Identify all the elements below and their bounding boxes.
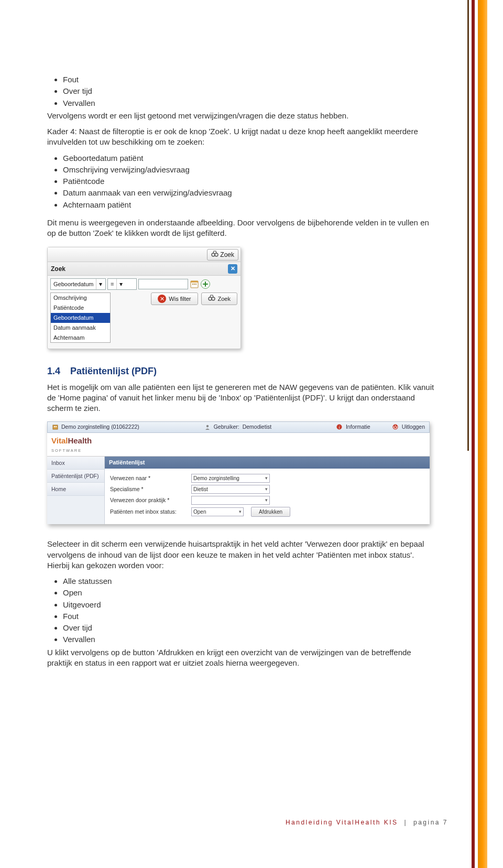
field-label: Specialisme * — [110, 485, 191, 493]
field-select[interactable]: Geboortedatum ▾ — [50, 278, 106, 290]
section-title-text: Patiëntenlijst (PDF) — [70, 366, 157, 376]
list-item: Datum aanmaak van een verwijzing/adviesv… — [63, 188, 435, 198]
zoek-button[interactable]: Zoek — [207, 249, 238, 261]
field-label: Patiënten met inbox status: — [110, 508, 191, 515]
search-panel-header: Zoek ✕ — [48, 262, 240, 276]
list-item: Uitgevoerd — [63, 600, 435, 610]
user-label: Gebruiker: — [214, 423, 239, 430]
cancel-icon: ✕ — [158, 295, 166, 303]
chevron-down-icon: ▾ — [239, 508, 242, 515]
svg-rect-6 — [195, 284, 196, 285]
operator-select[interactable]: = ▾ — [107, 278, 137, 290]
app-main: Patiëntenlijst Verwezen naar * Demo zorg… — [105, 457, 430, 524]
dropdown-option[interactable]: Patiëntcode — [51, 303, 110, 313]
status-list-top: Fout Over tijd Vervallen — [47, 74, 435, 108]
brand-part1: Vital — [51, 436, 68, 445]
list-item: Fout — [63, 74, 435, 85]
svg-rect-11 — [56, 426, 57, 427]
list-item: Achternaam patiënt — [63, 200, 435, 210]
info-link[interactable]: Informatie — [346, 423, 370, 430]
user-name: Demodietist — [243, 423, 271, 430]
logout-link[interactable]: Uitloggen — [402, 423, 425, 430]
dropdown-option[interactable]: Omschrijving — [51, 293, 110, 303]
sidebar-item-patientenlijst[interactable]: Patiëntenlijst (PDF) — [47, 470, 104, 483]
field-value: Open — [193, 508, 206, 516]
search-button-label: Zoek — [218, 295, 231, 303]
decoration-stripe-brown — [467, 0, 469, 451]
afdrukken-button[interactable]: Afdrukken — [251, 507, 290, 517]
svg-text:i: i — [339, 425, 340, 430]
paragraph: Selecteer in dit scherm een verwijzende … — [47, 539, 435, 571]
binoculars-icon — [211, 251, 218, 259]
verwezen-naar-select[interactable]: Demo zorginstelling▾ — [191, 474, 270, 483]
search-panel-title: Zoek — [51, 265, 65, 273]
list-item: Patiëntcode — [63, 176, 435, 187]
logout-icon — [392, 424, 399, 430]
clear-filter-button[interactable]: ✕ Wis filter — [151, 292, 198, 305]
binoculars-icon — [208, 295, 215, 303]
chevron-down-icon: ▾ — [96, 279, 104, 289]
section-heading: 1.4 Patiëntenlijst (PDF) — [47, 365, 435, 377]
list-item: Vervallen — [63, 634, 435, 645]
list-item: Geboortedatum patiënt — [63, 153, 435, 164]
close-icon[interactable]: ✕ — [228, 264, 237, 274]
search-panel-figure: Zoek Zoek ✕ Geboortedatum ▾ = ▾ — [47, 247, 241, 349]
search-button[interactable]: Zoek — [201, 292, 237, 305]
paragraph: U klikt vervolgens op de button 'Afdrukk… — [47, 647, 435, 669]
section-number: 1.4 — [47, 366, 60, 376]
application-screenshot: Demo zorginstelling (01062222) Gebruiker… — [47, 421, 430, 525]
verwezen-door-select[interactable]: ▾ — [191, 496, 270, 505]
paragraph: Kader 4: Naast de filteroptie is er ook … — [47, 126, 435, 148]
operator-select-value: = — [108, 279, 116, 289]
search-value-input[interactable] — [138, 279, 188, 289]
svg-rect-9 — [53, 425, 58, 429]
paragraph: Het is mogelijk om van alle patiënten ee… — [47, 382, 435, 414]
search-criteria-row: Geboortedatum ▾ = ▾ — [48, 276, 240, 292]
calendar-icon[interactable] — [190, 279, 199, 289]
chevron-down-icon: ▾ — [265, 486, 268, 492]
app-topbar: Demo zorginstelling (01062222) Gebruiker… — [47, 421, 430, 433]
clear-filter-label: Wis filter — [169, 295, 191, 303]
field-value: Dietist — [193, 486, 208, 493]
form-row: Specialisme * Dietist▾ — [110, 485, 424, 494]
user-icon — [204, 424, 211, 430]
org-name: Demo zorginstelling (01062222) — [61, 423, 139, 430]
form-row: Verwezen naar * Demo zorginstelling▾ — [110, 474, 424, 483]
list-item: Open — [63, 588, 435, 598]
dropdown-option-selected[interactable]: Geboortedatum — [51, 313, 110, 323]
search-fields-list: Geboortedatum patiënt Omschrijving verwi… — [47, 153, 435, 210]
patientenlijst-form: Verwezen naar * Demo zorginstelling▾ Spe… — [105, 469, 430, 525]
form-row: Verwezen door praktijk * ▾ — [110, 496, 424, 505]
dropdown-option[interactable]: Datum aanmaak — [51, 323, 110, 333]
list-item: Over tijd — [63, 86, 435, 96]
building-icon — [52, 424, 58, 430]
sidebar-item-inbox[interactable]: Inbox — [47, 457, 104, 470]
brand-logo: VitalHealth SOFTWARE — [47, 433, 430, 456]
list-item: Omschrijving verwijzing/adviesvraag — [63, 165, 435, 175]
svg-rect-10 — [54, 426, 55, 427]
brand-subtitle: SOFTWARE — [51, 448, 82, 453]
svg-point-12 — [206, 425, 208, 427]
decoration-stripe-orange — [478, 0, 487, 868]
search-toolbar: Zoek — [48, 247, 240, 262]
svg-point-1 — [215, 253, 218, 256]
chevron-down-icon: ▾ — [265, 497, 268, 503]
search-actions: ✕ Wis filter Zoek — [148, 292, 240, 308]
add-criteria-icon[interactable] — [201, 279, 210, 289]
field-label: Verwezen door praktijk * — [110, 496, 191, 504]
specialisme-select[interactable]: Dietist▾ — [191, 485, 270, 494]
app-body: Inbox Patiëntenlijst (PDF) Home Patiënte… — [47, 456, 430, 524]
svg-rect-16 — [395, 425, 396, 427]
form-row: Patiënten met inbox status: Open▾ Afdruk… — [110, 507, 424, 517]
paragraph: Dit menu is weergegeven in onderstaande … — [47, 218, 435, 239]
app-sidebar: Inbox Patiëntenlijst (PDF) Home — [47, 457, 105, 524]
svg-point-7 — [209, 297, 212, 300]
chevron-down-icon: ▾ — [265, 475, 268, 481]
paragraph: Vervolgens wordt er een lijst getoond me… — [47, 111, 435, 121]
list-item: Fout — [63, 611, 435, 622]
dropdown-option[interactable]: Achternaam — [51, 333, 110, 343]
svg-rect-4 — [192, 284, 193, 285]
status-select[interactable]: Open▾ — [191, 507, 244, 516]
field-select-value: Geboortedatum — [51, 279, 96, 289]
sidebar-item-home[interactable]: Home — [47, 483, 104, 496]
